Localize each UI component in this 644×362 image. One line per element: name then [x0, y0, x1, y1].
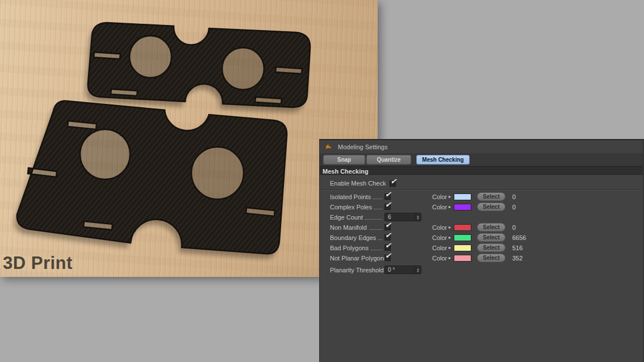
row-boundary-edges: Boundary Edges ✔ Color ▸ Select 6656 [320, 233, 643, 243]
section-header-mesh-checking: Mesh Checking [320, 166, 643, 176]
row-not-planar-polygons: Not Planar Polygons ✔ Color ▸ Select 352 [320, 253, 643, 263]
stepper-icon[interactable]: ▲▼ [415, 213, 421, 221]
disclosure-icon[interactable]: ▸ [449, 222, 451, 233]
row-label: Isolated Points [330, 192, 371, 202]
row-bad-polygons: Bad Polygons ✔ Color ▸ Select 516 [320, 243, 643, 253]
disclosure-icon[interactable]: ▸ [449, 243, 451, 253]
modeling-settings-panel: Modeling Settings Snap Quantize Mesh Che… [319, 139, 644, 362]
bad-polygons-select-button[interactable]: Select [477, 243, 505, 252]
dotted-leader [369, 229, 382, 230]
color-label: Color [432, 253, 447, 263]
disclosure-icon[interactable]: ▸ [449, 233, 451, 243]
tab-mesh-checking[interactable]: Mesh Checking [416, 155, 470, 165]
isolated-points-count: 0 [512, 192, 516, 202]
complex-poles-count: 0 [512, 202, 516, 212]
complex-poles-color-swatch[interactable] [454, 204, 471, 211]
check-icon: ✔ [390, 177, 396, 186]
color-label: Color [432, 202, 447, 212]
tab-snap[interactable]: Snap [323, 155, 365, 165]
dotted-leader [373, 199, 382, 199]
dotted-leader [365, 219, 382, 220]
row-non-manifold: Non Manifold ✔ Color ▸ Select 0 [320, 222, 643, 233]
row-label: Planarity Threshold [330, 265, 384, 275]
non-manifold-select-button[interactable]: Select [477, 223, 505, 231]
non-manifold-color-swatch[interactable] [454, 224, 471, 231]
color-label: Color [432, 243, 447, 253]
bad-polygons-color-swatch[interactable] [454, 245, 471, 251]
color-label: Color [432, 192, 447, 202]
row-label: Not Planar Polygons [330, 253, 387, 263]
stepper-icon[interactable]: ▲▼ [415, 266, 421, 273]
row-label: Non Manifold [330, 222, 367, 233]
edge-count-stepper[interactable]: 6 ▲▼ [384, 213, 421, 221]
check-icon: ✔ [385, 251, 391, 260]
panel-titlebar[interactable]: Modeling Settings [320, 140, 643, 153]
check-icon: ✔ [385, 200, 391, 209]
boundary-edges-checkbox[interactable]: ✔ [384, 234, 391, 241]
not-planar-polygons-checkbox[interactable]: ✔ [384, 255, 391, 261]
disclosure-icon[interactable]: ▸ [449, 202, 451, 212]
check-icon: ✔ [385, 241, 391, 250]
enable-mesh-check-checkbox[interactable]: ✔ [390, 180, 396, 187]
check-icon: ✔ [385, 231, 391, 239]
complex-poles-select-button[interactable]: Select [477, 203, 505, 211]
row-isolated-points: Isolated Points ✔ Color ▸ Select 0 [320, 192, 643, 202]
isolated-points-checkbox[interactable]: ✔ [384, 193, 391, 200]
complex-poles-checkbox[interactable]: ✔ [384, 204, 391, 210]
row-complex-poles: Complex Poles ✔ Color ▸ Select 0 [320, 202, 643, 212]
photo-caption: 3D Print [3, 253, 73, 273]
check-icon: ✔ [385, 190, 391, 199]
planarity-threshold-stepper[interactable]: 0 ° ▲▼ [384, 266, 421, 274]
boundary-edges-count: 6656 [512, 233, 526, 243]
enable-mesh-check-row: Enable Mesh Check ✔ [330, 178, 396, 188]
tab-quantize[interactable]: Quantize [366, 155, 411, 165]
edge-count-value: 6 [385, 214, 415, 220]
planarity-threshold-value: 0 ° [385, 267, 415, 273]
boundary-edges-color-swatch[interactable] [454, 234, 471, 241]
row-planarity-threshold: Planarity Threshold 0 ° ▲▼ [320, 265, 643, 275]
color-label: Color [432, 222, 447, 233]
not-planar-polygons-select-button[interactable]: Select [477, 254, 505, 262]
dotted-leader [374, 209, 382, 209]
section-divider [320, 190, 643, 191]
non-manifold-checkbox[interactable]: ✔ [384, 224, 391, 230]
row-label: Boundary Edges [330, 233, 376, 243]
boundary-edges-select-button[interactable]: Select [477, 233, 505, 242]
isolated-points-color-swatch[interactable] [454, 193, 471, 200]
bad-polygons-count: 516 [512, 243, 522, 253]
enable-mesh-check-label: Enable Mesh Check [330, 178, 386, 188]
color-label: Color [432, 233, 447, 243]
disclosure-icon[interactable]: ▸ [449, 192, 451, 202]
non-manifold-count: 0 [512, 222, 516, 233]
not-planar-polygons-color-swatch[interactable] [454, 255, 471, 262]
dotted-leader [378, 239, 382, 240]
disclosure-icon[interactable]: ▸ [449, 253, 451, 263]
panel-title: Modeling Settings [338, 144, 387, 150]
row-label: Complex Poles [330, 202, 372, 212]
row-label: Edge Count [330, 212, 363, 222]
not-planar-polygons-count: 352 [512, 253, 522, 263]
row-edge-count: Edge Count 6 ▲▼ [320, 212, 643, 222]
desktop-canvas: 3D Print Modeling Settings Snap Quantize… [0, 0, 644, 362]
tab-bar: Snap Quantize Mesh Checking [320, 153, 643, 166]
isolated-points-select-button[interactable]: Select [477, 192, 505, 201]
check-icon: ✔ [385, 221, 391, 229]
bad-polygons-checkbox[interactable]: ✔ [384, 245, 391, 251]
row-label: Bad Polygons [330, 243, 369, 253]
modeling-settings-icon [324, 143, 332, 151]
dotted-leader [371, 250, 382, 250]
